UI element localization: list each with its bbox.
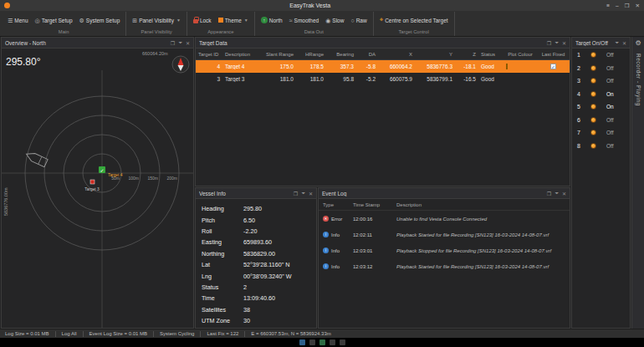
close-panel-icon[interactable]: ✕ (562, 191, 566, 196)
lock-label: Lock (200, 18, 212, 23)
plot-colour-swatch[interactable] (506, 64, 508, 69)
pin-panel-icon[interactable]: ⏷ (555, 191, 559, 196)
last-fixed-checkbox[interactable]: ✓ (550, 64, 556, 69)
theme-button[interactable]: Theme ▼ (216, 16, 251, 25)
event-log-row: ✕Error 12:00:16 Unable to find Vesta Con… (319, 211, 570, 227)
taskbar-icon[interactable] (299, 339, 305, 345)
close-icon[interactable]: ✕ (636, 3, 640, 9)
side-dock-tab[interactable]: Recorder - Playing (636, 54, 641, 106)
vessel-heading-value: 295.80 (243, 205, 262, 212)
north-button[interactable]: ↑ North (258, 15, 285, 25)
vessel-lng-value: 00°38'09.3240" W (243, 273, 292, 280)
target-toggle-button[interactable] (590, 91, 596, 97)
info-icon: i (323, 232, 329, 237)
pin-panel-icon[interactable]: ⏷ (555, 40, 559, 46)
target-row-4[interactable]: 4 Target 4 175.0 178.5 357.3 -5.8 660064… (196, 60, 570, 73)
compass-rose-icon (172, 56, 189, 73)
column-header: Type (323, 202, 353, 207)
taskbar-icon[interactable] (309, 339, 315, 345)
cell-hrange: 181.0 (296, 76, 326, 82)
toolbar-group-target-control: ⌖ Centre on Selected Target Target Contr… (374, 12, 455, 36)
slow-radio[interactable]: ◉ Slow (323, 16, 346, 25)
float-panel-icon[interactable]: ❐ (547, 191, 551, 196)
pin-panel-icon[interactable]: ⏷ (301, 191, 305, 196)
toolbar-group-data-out: ↑ North ≈ Smoothed ◉ Slow ○ Raw Data Out (255, 12, 374, 36)
target-setup-button[interactable]: ◎ Target Setup (33, 16, 75, 25)
float-panel-icon[interactable]: ❐ (547, 40, 551, 46)
event-time: 12:02:11 (353, 232, 396, 237)
status-log-size: Log Size = 0.01 MB (5, 331, 49, 336)
float-panel-icon[interactable]: ❐ (171, 40, 175, 46)
cell-target-id: 3 (196, 76, 222, 82)
close-panel-icon[interactable]: ✕ (309, 191, 313, 196)
close-panel-icon[interactable]: ✕ (622, 40, 626, 46)
target-toggle-button[interactable] (590, 78, 596, 84)
lock-icon (193, 19, 198, 23)
target-toggle-button[interactable] (590, 104, 596, 110)
status-system-cycling: System Cycling (160, 331, 194, 336)
raw-radio[interactable]: ○ Raw (348, 16, 369, 25)
target-3-marker-label: Target 3 (84, 187, 100, 191)
event-type: Info (331, 264, 340, 269)
event-type: Info (331, 248, 340, 253)
crosshair-icon: ⌖ (380, 17, 384, 23)
divider (244, 331, 245, 337)
target-3-marker[interactable]: Target 3 (84, 180, 100, 191)
titlebar: EasyTrak Vesta ≡ – ❐ ✕ (0, 0, 644, 11)
cell-y: 5836799.1 (415, 76, 455, 82)
pin-panel-icon[interactable]: ⏷ (615, 40, 619, 46)
divider (83, 331, 84, 337)
error-icon: ✕ (323, 216, 329, 222)
info-icon: i (323, 247, 329, 253)
close-panel-icon[interactable]: ✕ (562, 40, 566, 46)
vessel-field-time: Time13:09:40.60 (202, 293, 310, 304)
target-row-3[interactable]: 3 Target 3 181.0 181.0 95.8 -5.2 660075.… (196, 73, 570, 85)
target-toggle-button[interactable] (590, 65, 596, 71)
smoothed-button[interactable]: ≈ Smoothed (287, 16, 321, 25)
target-on-off-panel-header: Target On/Off ⏷ ✕ (572, 38, 630, 48)
event-type: Error (331, 217, 342, 222)
target-icon: ◎ (35, 18, 40, 23)
event-log-header-row: Type Time Stamp Description (319, 199, 570, 211)
heading-readout: 295.80° (6, 56, 41, 68)
gear-icon[interactable]: ⚙ (635, 39, 641, 47)
vessel-field-utm-zone: UTM Zone30 (202, 315, 310, 326)
target-setup-label: Target Setup (42, 18, 73, 23)
vessel-field-satellites: Satellites38 (202, 304, 310, 315)
radar-display[interactable]: 295.80° 660064.20m 5836776.00m 50m 100m … (2, 48, 193, 328)
theme-swatch-icon (218, 18, 223, 23)
cursor-northing-label: 5836776.00m (3, 187, 8, 216)
menu-button[interactable]: ☰ Menu (5, 16, 31, 25)
target-data-panel-title: Target Data (199, 40, 547, 46)
taskbar-icon[interactable] (340, 339, 345, 345)
taskbar-icon[interactable] (330, 339, 335, 345)
event-type: Info (331, 232, 340, 237)
vessel-field-heading: Heading295.80 (202, 203, 310, 214)
cell-description: Target 4 (222, 64, 261, 69)
target-toggle-button[interactable] (590, 130, 596, 135)
target-toggle-button[interactable] (590, 52, 596, 58)
target-toggle-button[interactable] (590, 117, 596, 123)
panel-visibility-button[interactable]: ⊞ Panel Visibility ▼ (130, 16, 183, 25)
event-log-row: iInfo 12:02:11 Playback Started for file… (319, 227, 570, 242)
raw-label: Raw (356, 18, 367, 23)
centre-on-selected-target-button[interactable]: ⌖ Centre on Selected Target (377, 15, 451, 25)
close-panel-icon[interactable]: ✕ (186, 40, 190, 46)
cell-target-id: 4 (196, 64, 222, 69)
target-toggle-row-7: 7Off (572, 126, 630, 140)
target-toggle-button[interactable] (590, 143, 596, 149)
target-on-off-panel-title: Target On/Off (575, 40, 615, 46)
event-description: Unable to find Vesta Console Connected (396, 217, 565, 222)
titlebar-menu-icon[interactable]: ≡ (606, 3, 610, 9)
pin-panel-icon[interactable]: ⏷ (178, 40, 182, 46)
vessel-field-pitch: Pitch6.50 (202, 214, 310, 225)
float-panel-icon[interactable]: ❐ (294, 191, 298, 196)
minimize-icon[interactable]: – (616, 3, 619, 9)
maximize-icon[interactable]: ❐ (625, 3, 630, 9)
status-cursor-position: E = 660307.53m, N = 5836924.33m (251, 331, 330, 336)
system-setup-button[interactable]: ⚙ System Setup (77, 16, 123, 25)
menu-button-label: Menu (14, 18, 28, 23)
overview-panel-title: Overview - North (5, 40, 171, 46)
taskbar-icon[interactable] (319, 339, 325, 345)
lock-button[interactable]: Lock (191, 15, 214, 25)
